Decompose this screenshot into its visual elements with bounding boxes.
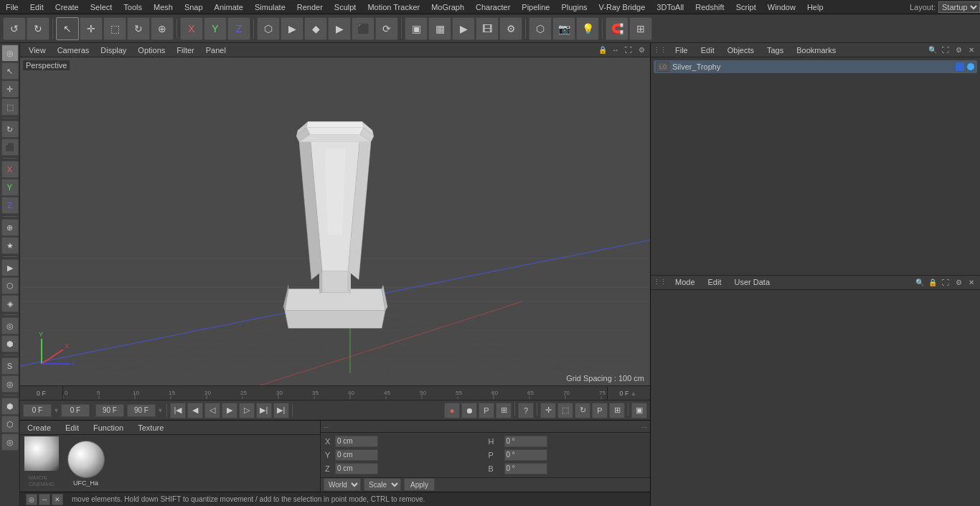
menu-render[interactable]: Render: [291, 1, 329, 13]
timeline[interactable]: 0 F 0 5 10 15 20 25: [20, 385, 650, 400]
left-tool-2[interactable]: ✛: [1, 80, 19, 98]
material-ball[interactable]: [67, 441, 105, 478]
goto-end-button[interactable]: ▶|: [273, 403, 289, 418]
vp-menu-options[interactable]: Options: [132, 45, 171, 55]
left-tool-6[interactable]: X: [1, 161, 19, 178]
preview-max-input[interactable]: [127, 404, 156, 417]
rotate-tool-button[interactable]: ↻: [127, 17, 150, 40]
menu-mograph[interactable]: MoGraph: [425, 1, 470, 13]
menu-create[interactable]: Create: [50, 1, 85, 13]
timeline-ruler[interactable]: 0 5 10 15 20 25 30 35 40: [63, 386, 607, 400]
menu-motion-tracker[interactable]: Motion Tracker: [362, 1, 425, 13]
object-item-trophy[interactable]: L0 Silver_Trophy: [654, 60, 977, 73]
render-settings-button[interactable]: ⚙: [499, 17, 522, 40]
left-tool-17[interactable]: ◎: [1, 375, 19, 393]
vp-icon-settings[interactable]: ⚙: [636, 44, 647, 56]
attr-menu-edit[interactable]: Edit: [704, 277, 726, 287]
left-tool-10[interactable]: ★: [1, 237, 19, 254]
menu-pipeline[interactable]: Pipeline: [516, 1, 555, 13]
menu-sculpt[interactable]: Sculpt: [329, 1, 362, 13]
obj-expand-icon[interactable]: ⛶: [940, 44, 951, 56]
cube-tool-button[interactable]: ⬡: [529, 17, 552, 40]
extra-btn-5[interactable]: ⊞: [609, 403, 625, 418]
current-frame-input[interactable]: [23, 404, 52, 417]
status-icon-layer[interactable]: ◎: [26, 494, 37, 505]
left-tool-15[interactable]: ⬢: [1, 335, 19, 352]
menu-vray[interactable]: V-Ray Bridge: [593, 1, 651, 13]
record-button[interactable]: ●: [444, 403, 460, 418]
left-tool-16[interactable]: S: [1, 357, 19, 375]
axis-z-button[interactable]: Z: [227, 17, 250, 40]
camera-tool-button[interactable]: 📷: [552, 17, 575, 40]
left-tool-18[interactable]: ⬢: [1, 398, 19, 415]
attr-menu-mode[interactable]: Mode: [671, 277, 699, 287]
left-tool-11[interactable]: ▶: [1, 259, 19, 276]
attr-h-input[interactable]: [504, 436, 547, 447]
left-tool-4[interactable]: ↻: [1, 121, 19, 138]
left-tool-14[interactable]: ◎: [1, 317, 19, 334]
move-tool-button[interactable]: ✛: [80, 17, 103, 40]
attr-search-icon[interactable]: 🔍: [914, 276, 925, 288]
left-tool-3[interactable]: ⬚: [1, 98, 19, 116]
attr-close-icon[interactable]: ✕: [966, 276, 977, 288]
obj-menu-objects[interactable]: Objects: [723, 45, 758, 55]
extra-btn-4[interactable]: P: [592, 403, 608, 418]
select-tool-button[interactable]: ↖: [56, 17, 79, 40]
vp-menu-panel[interactable]: Panel: [200, 45, 232, 55]
attr-expand-icon[interactable]: ⛶: [940, 276, 951, 288]
next-key-button[interactable]: ▷: [239, 403, 255, 418]
attr-pz-input[interactable]: [335, 463, 378, 474]
menu-animate[interactable]: Animate: [209, 1, 249, 13]
attr-p-input[interactable]: [504, 449, 547, 461]
menu-help[interactable]: Help: [801, 1, 829, 13]
viewport-3d[interactable]: Perspective Grid Spacing : 100 cm X Y Z: [20, 57, 650, 385]
obj-settings-icon[interactable]: ⚙: [953, 44, 964, 56]
vp-icon-lock[interactable]: 🔒: [597, 44, 608, 56]
motion-help-button[interactable]: ?: [518, 403, 534, 418]
extra-btn-6[interactable]: ▣: [631, 403, 647, 418]
menu-tools[interactable]: Tools: [118, 1, 148, 13]
layout-selector[interactable]: Layout: Startup: [910, 1, 980, 13]
attr-b-input[interactable]: [504, 463, 547, 474]
left-tool-1[interactable]: ↖: [1, 62, 19, 80]
menu-window[interactable]: Window: [762, 1, 801, 13]
menu-edit[interactable]: Edit: [24, 1, 50, 13]
menu-3dtoall[interactable]: 3DToAll: [651, 1, 689, 13]
prev-key-button[interactable]: ◁: [204, 403, 220, 418]
menu-script[interactable]: Script: [730, 1, 762, 13]
layout-dropdown[interactable]: Startup: [938, 1, 980, 13]
trophy-model[interactable]: [270, 91, 400, 328]
vp-menu-view[interactable]: View: [23, 45, 52, 55]
redo-button[interactable]: ↻: [27, 17, 50, 40]
left-tool-7[interactable]: Y: [1, 179, 19, 196]
obj-close-icon[interactable]: ✕: [966, 44, 977, 56]
menu-select[interactable]: Select: [85, 1, 118, 13]
menu-mesh[interactable]: Mesh: [148, 1, 179, 13]
mat-menu-create[interactable]: Create: [23, 423, 55, 433]
prev-frame-button[interactable]: ◀: [187, 403, 203, 418]
mat-menu-function[interactable]: Function: [89, 423, 128, 433]
extra-btn-3[interactable]: ↻: [575, 403, 590, 418]
render-active-button[interactable]: ▶: [452, 17, 475, 40]
left-tool-19[interactable]: ⬡: [1, 416, 19, 433]
anim-loop-button[interactable]: ⟳: [375, 17, 398, 40]
undo-button[interactable]: ↺: [3, 17, 26, 40]
status-icon-close[interactable]: ✕: [52, 494, 63, 505]
transform-tool-button[interactable]: ⊕: [151, 17, 174, 40]
obj-color-1[interactable]: [956, 62, 964, 71]
vp-icon-expand[interactable]: ⛶: [623, 44, 634, 56]
left-tool-0[interactable]: ◎: [1, 44, 19, 62]
light-tool-button[interactable]: 💡: [576, 17, 599, 40]
attr-px-input[interactable]: [335, 436, 378, 447]
menu-character[interactable]: Character: [470, 1, 516, 13]
auto-keyframe-button[interactable]: ⏺: [461, 403, 477, 418]
vp-menu-filter[interactable]: Filter: [171, 45, 199, 55]
apply-button[interactable]: Apply: [404, 478, 435, 491]
attr-menu-userdata[interactable]: User Data: [730, 277, 775, 287]
left-tool-9[interactable]: ⊕: [1, 219, 19, 236]
motion-mode-button[interactable]: ⊞: [496, 403, 512, 418]
render-region-button[interactable]: ▦: [428, 17, 451, 40]
anim-stop-button[interactable]: ⬛: [352, 17, 374, 40]
max-frame-input[interactable]: [95, 404, 124, 417]
keyframe-button[interactable]: ◆: [304, 17, 327, 40]
